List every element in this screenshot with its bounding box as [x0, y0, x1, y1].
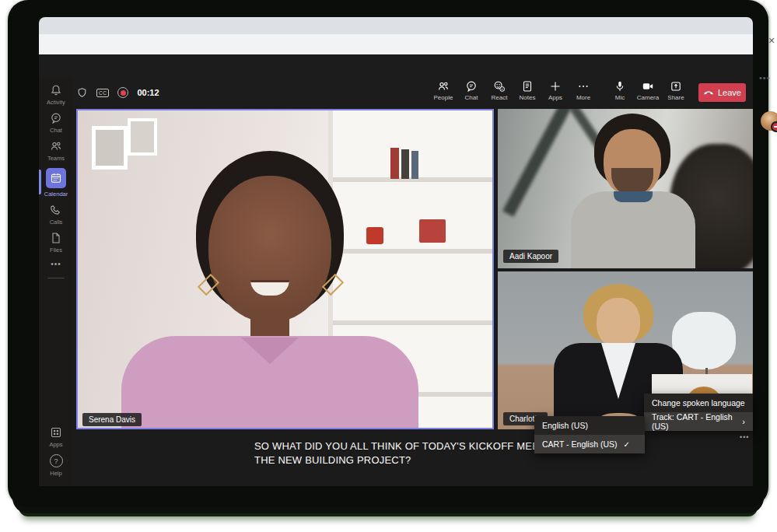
sidebar-label: Calls — [50, 219, 63, 226]
people-icon — [437, 80, 450, 93]
caption-settings-menu: Change spoken language Track: CART - Eng… — [644, 394, 753, 431]
button-label: Chat — [465, 94, 478, 101]
share-icon — [670, 80, 682, 93]
ellipsis-icon — [577, 80, 590, 93]
more-button[interactable]: More — [572, 80, 594, 101]
book-spine — [390, 148, 399, 179]
shield-icon[interactable] — [76, 87, 88, 99]
button-label: Mic — [615, 94, 625, 101]
sidebar-label: Apps — [49, 441, 62, 448]
sidebar-label: Help — [50, 470, 61, 477]
wall-photo — [128, 118, 157, 156]
camera-icon — [642, 80, 654, 93]
menu-item-label: CART - English (US) — [542, 439, 617, 449]
aadi-collar — [614, 191, 653, 202]
user-avatar[interactable] — [761, 111, 777, 131]
chat-button[interactable]: Chat — [460, 80, 482, 101]
mic-button[interactable]: Mic — [608, 80, 632, 101]
video-tile-serena[interactable] — [76, 109, 494, 429]
sidebar-label: Activity — [47, 99, 65, 106]
teams-sidebar: Activity Chat Teams Calendar Calls F — [39, 78, 73, 486]
plus-icon — [549, 80, 562, 93]
sidebar-item-apps[interactable]: Apps — [39, 426, 73, 448]
sidebar-item-calls[interactable]: Calls — [39, 204, 73, 226]
sidebar-item-chat[interactable]: Chat — [39, 112, 73, 134]
sidebar-label: Files — [50, 247, 62, 254]
menu-item-english-us[interactable]: English (US) — [534, 416, 645, 435]
share-button[interactable]: Share — [664, 80, 688, 101]
meeting-actions: People Chat React Notes Apps More — [432, 80, 594, 101]
book-stack — [419, 219, 446, 243]
chat-bubble-icon — [50, 112, 62, 124]
sidebar-label: Chat — [50, 127, 62, 134]
button-label: More — [576, 94, 590, 101]
presence-dnd-badge — [771, 121, 777, 132]
menu-item-label: Change spoken language — [652, 398, 745, 408]
sidebar-label: Teams — [47, 155, 65, 162]
sidebar-item-calendar[interactable]: Calendar — [39, 168, 73, 198]
window-close-button[interactable]: ✕ — [764, 36, 777, 46]
button-label: Camera — [637, 94, 659, 101]
book-spine — [401, 149, 409, 179]
button-label: People — [434, 94, 453, 101]
apps-button[interactable]: Apps — [544, 80, 566, 101]
notes-button[interactable]: Notes — [516, 80, 538, 101]
device-frame: Microsoft Teams × + – □ ✕ https: — [8, 0, 768, 507]
video-tile-aadi[interactable] — [498, 109, 753, 268]
sidebar-more-icon[interactable]: ••• — [39, 260, 73, 268]
meeting-status-cluster: CC 00:12 — [76, 78, 159, 107]
aadi-sweater — [571, 191, 695, 268]
bell-icon — [50, 84, 62, 96]
menu-item-track[interactable]: Track: CART - English (US) › — [644, 412, 753, 431]
charlotte-face — [597, 298, 640, 348]
active-accent-bar — [39, 170, 41, 194]
menu-item-cart-english-us[interactable]: CART - English (US) ✓ — [534, 435, 645, 453]
sidebar-item-files[interactable]: Files — [39, 232, 73, 254]
chevron-right-icon: › — [742, 417, 745, 426]
wall-photo — [92, 126, 128, 170]
caption-line: THE NEW BUILDING PROJECT? — [254, 453, 589, 467]
red-mug — [366, 227, 383, 244]
leave-button[interactable]: Leave — [698, 83, 746, 102]
react-emoji-icon — [493, 80, 506, 93]
screenshot-page: Microsoft Teams × + – □ ✕ https: — [0, 0, 777, 532]
button-label: Apps — [548, 94, 562, 101]
hang-up-icon — [703, 87, 714, 98]
captions-badge-icon[interactable]: CC — [96, 89, 109, 97]
nametag-serena: Serena Davis — [82, 413, 142, 426]
meeting-timer: 00:12 — [137, 88, 159, 97]
browser-more-icon[interactable]: ••• — [759, 73, 771, 82]
people-button[interactable]: People — [432, 80, 454, 101]
apps-grid-icon — [50, 426, 62, 439]
menu-item-label: English (US) — [542, 421, 588, 430]
recording-indicator-icon — [117, 87, 128, 98]
button-label: React — [492, 94, 508, 101]
captions-options-icon[interactable]: ••• — [740, 433, 749, 441]
teams-app-header: Microsoft Teams Search ••• — [39, 54, 753, 78]
nametag-aadi: Aadi Kapoor — [503, 250, 558, 263]
button-label: Share — [667, 94, 684, 101]
chat-icon — [465, 80, 478, 93]
sidebar-item-teams[interactable]: Teams — [39, 140, 73, 162]
sidebar-item-activity[interactable]: Activity — [39, 84, 73, 106]
sidebar-divider — [47, 278, 65, 278]
sidebar-label: Calendar — [44, 191, 68, 198]
help-icon: ? — [50, 454, 63, 467]
notes-icon — [521, 80, 534, 93]
leave-label: Leave — [718, 88, 741, 97]
react-button[interactable]: React — [488, 80, 510, 101]
menu-item-change-spoken-language[interactable]: Change spoken language — [644, 394, 753, 412]
mic-icon — [614, 80, 626, 93]
browser-address-bar: https:// www.teams.microsoft.com ••• — [39, 34, 753, 54]
camera-button[interactable]: Camera — [636, 80, 660, 101]
caption-language-submenu: English (US) CART - English (US) ✓ — [534, 416, 645, 453]
file-icon — [50, 232, 62, 244]
teams-people-icon — [50, 140, 62, 152]
checkmark-icon: ✓ — [623, 440, 629, 449]
sidebar-item-help[interactable]: ? Help — [39, 454, 73, 477]
calendar-icon — [46, 168, 66, 188]
menu-item-label: Track: CART - English (US) — [652, 412, 742, 431]
device-controls: Mic Camera Share — [608, 80, 688, 101]
serena-face — [208, 176, 331, 322]
button-label: Notes — [520, 94, 536, 101]
